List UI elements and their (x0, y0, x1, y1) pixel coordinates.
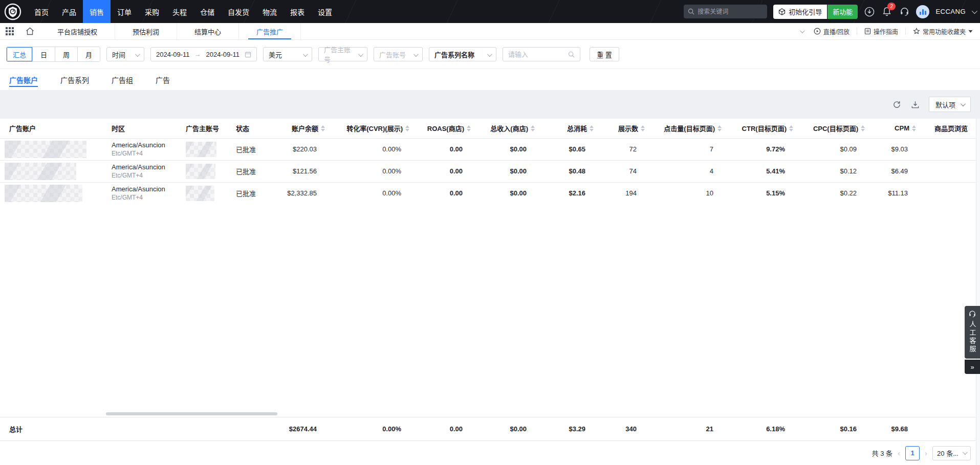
col-header-roas[interactable]: ROAS(商店) (419, 119, 480, 138)
col-header-clicks[interactable]: 点击量(目标页面) (654, 119, 731, 138)
scrollbar-thumb[interactable] (106, 412, 277, 415)
pagination-bar: 共 3 条 ‹ 1 › 20 条... (0, 440, 980, 465)
range-option-2[interactable]: 周 (55, 47, 77, 61)
account-name[interactable]: ECCANG (935, 8, 966, 15)
total-cell-advertiser (177, 417, 227, 440)
sort-icon[interactable] (321, 125, 325, 131)
view-preset-select[interactable]: 默认项 (929, 97, 971, 112)
sort-icon[interactable] (405, 125, 409, 131)
table-body: America/AsuncionEtc/GMT+4已批准$220.030.00%… (0, 138, 980, 204)
sort-icon[interactable] (912, 125, 916, 131)
col-header-impressions[interactable]: 展示数 (603, 119, 654, 138)
range-option-0[interactable]: 汇总 (7, 47, 32, 61)
total-cell-status (227, 417, 273, 440)
vertical-scrollbar-track[interactable] (976, 119, 980, 465)
col-header-cvr[interactable]: 转化率(CVR)(展示) (334, 119, 419, 138)
nav-item-10[interactable]: 设置 (311, 0, 339, 23)
nav-item-5[interactable]: 头程 (166, 0, 193, 23)
calendar-icon (245, 51, 251, 58)
search-input[interactable] (698, 8, 759, 15)
total-cell-ctr: 6.18% (731, 417, 802, 440)
init-guide-button[interactable]: 初始化引导 (773, 5, 827, 19)
time-dimension-select[interactable]: 时间 (106, 47, 144, 61)
current-page-button[interactable]: 1 (905, 446, 920, 460)
collapse-panel-button[interactable]: » (965, 360, 980, 374)
keyword-input[interactable] (508, 51, 559, 58)
date-start: 2024-09-11 (156, 51, 190, 58)
nav-item-6[interactable]: 仓储 (193, 0, 221, 23)
account-chevron-down-icon[interactable] (972, 8, 977, 13)
refresh-icon[interactable] (892, 99, 902, 109)
search-icon[interactable] (568, 51, 575, 58)
total-cell-timezone (102, 417, 177, 440)
cell-spend: $0.48 (544, 160, 603, 182)
nav-item-1[interactable]: 产品 (55, 0, 83, 23)
page-tab-2[interactable]: 结算中心 (177, 23, 239, 39)
user-avatar[interactable] (916, 5, 929, 18)
total-cell-roas: 0.00 (419, 417, 480, 440)
subtab-1[interactable]: 广告系列 (60, 69, 89, 90)
entity-subtabs: 广告账户广告系列广告组广告 (0, 69, 980, 90)
prev-page-icon[interactable]: ‹ (898, 449, 900, 457)
sort-icon[interactable] (590, 125, 594, 131)
table-row: America/AsuncionEtc/GMT+4已批准$2,332.850.0… (0, 182, 980, 204)
advertiser-account-select[interactable]: 广告主账号 (318, 47, 367, 61)
col-header-cpm[interactable]: CPM (874, 119, 925, 138)
nav-item-7[interactable]: 自发货 (221, 0, 256, 23)
currency-select[interactable]: 美元 (263, 47, 312, 61)
campaign-field-select[interactable]: 广告系列名称 (429, 47, 496, 61)
notifications-bell-icon[interactable]: 2 (881, 6, 892, 17)
subtab-3[interactable]: 广告 (156, 69, 170, 90)
page-tab-3[interactable]: 广告推广 (239, 23, 301, 39)
nav-item-2[interactable]: 销售 (83, 0, 111, 23)
subtab-0[interactable]: 广告账户 (9, 69, 38, 90)
sort-icon[interactable] (717, 125, 722, 131)
sort-icon[interactable] (467, 125, 471, 131)
subtab-2[interactable]: 广告组 (112, 69, 133, 90)
total-cell-account: 总计 (0, 417, 102, 440)
nav-item-8[interactable]: 物流 (256, 0, 284, 23)
download-icon[interactable] (910, 99, 921, 109)
nav-item-9[interactable]: 报表 (284, 0, 311, 23)
new-feature-button[interactable]: 新功能 (827, 5, 858, 19)
col-header-spend[interactable]: 总消耗 (544, 119, 603, 138)
cell-status: 已批准 (227, 182, 273, 204)
range-option-1[interactable]: 日 (32, 47, 55, 61)
sort-icon[interactable] (789, 125, 793, 131)
headset-support-icon[interactable] (899, 6, 910, 17)
ad-account-select[interactable]: 广告账号 (374, 47, 423, 61)
ads-table: 广告账户时区广告主账号状态账户余额转化率(CVR)(展示)ROAS(商店)总收入… (0, 119, 980, 204)
live-replay-link[interactable]: 直播/回放 (814, 27, 850, 36)
sort-icon[interactable] (861, 125, 865, 131)
page-size-select[interactable]: 20 条... (932, 446, 971, 460)
collapse-chevron-down-icon[interactable] (800, 28, 805, 33)
col-header-revenue[interactable]: 总收入(商店) (480, 119, 544, 138)
col-header-ctr[interactable]: CTR(目标页面) (731, 119, 802, 138)
filterbar: 汇总日周月 时间 2024-09-11 → 2024-09-11 美元 广告主账… (0, 40, 980, 69)
nav-item-3[interactable]: 订单 (111, 0, 138, 23)
download-center-icon[interactable] (864, 6, 875, 17)
navbar-right: 初始化引导 新功能 2 (684, 5, 980, 19)
blurred-account-name (5, 141, 86, 158)
apps-grid-icon[interactable] (0, 23, 19, 39)
document-icon (864, 28, 871, 35)
col-header-cpc[interactable]: CPC(目标页面) (802, 119, 874, 138)
page-tab-0[interactable]: 平台店铺授权 (40, 23, 115, 39)
customer-service-button[interactable]: 人工客服 (965, 306, 980, 359)
date-range-picker[interactable]: 2024-09-11 → 2024-09-11 (150, 47, 257, 61)
global-search[interactable] (684, 5, 767, 18)
favorites-link[interactable]: 常用功能收藏夹 (913, 27, 973, 36)
app-logo[interactable] (4, 3, 21, 20)
home-icon[interactable] (19, 23, 40, 39)
sort-icon[interactable] (641, 125, 645, 131)
table-empty-area (0, 204, 980, 412)
page-tab-1[interactable]: 预估利润 (115, 23, 177, 39)
sort-icon[interactable] (531, 125, 535, 131)
next-page-icon[interactable]: › (925, 449, 927, 457)
operation-guide-link[interactable]: 操作指南 (864, 27, 898, 36)
nav-item-0[interactable]: 首页 (28, 0, 55, 23)
range-option-3[interactable]: 月 (77, 47, 100, 61)
reset-button[interactable]: 重 置 (590, 47, 619, 61)
nav-item-4[interactable]: 采购 (138, 0, 166, 23)
col-header-balance[interactable]: 账户余额 (273, 119, 334, 138)
